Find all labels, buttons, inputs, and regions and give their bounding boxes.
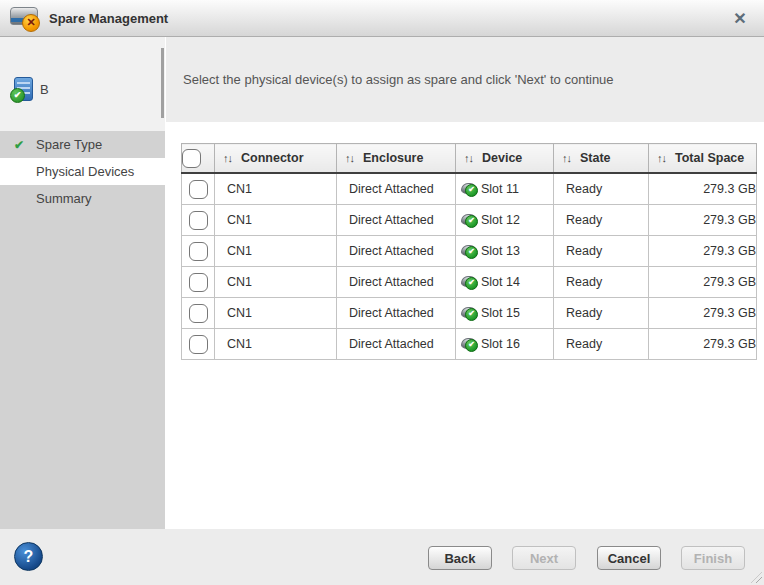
state-value: Ready — [554, 213, 648, 227]
device-value: Slot 12 — [481, 213, 520, 227]
wizard-steps: ✔Spare TypePhysical DevicesSummary — [0, 131, 165, 212]
disk-ok-check-icon: ✔ — [465, 339, 478, 352]
table-row[interactable]: CN1Direct Attached✔Slot 14Ready279.3 GB — [182, 267, 757, 298]
state-cell: Ready — [554, 236, 649, 267]
disk-ok-check-icon: ✔ — [465, 184, 478, 197]
enclosure-cell: Direct Attached — [337, 329, 456, 360]
sort-icon[interactable]: ↑↓ — [345, 152, 354, 164]
column-header-device[interactable]: ↑↓Device — [456, 144, 554, 174]
physical-disk-icon: ✔ — [461, 337, 478, 352]
total-space-cell: 279.3 GB — [649, 298, 757, 329]
wizard-step-label: Spare Type — [36, 137, 102, 152]
column-header-total-space[interactable]: ↑↓Total Space — [649, 144, 757, 174]
help-icon[interactable]: ? — [14, 542, 43, 571]
instruction-text: Select the physical device(s) to assign … — [183, 72, 614, 87]
cancel-button[interactable]: Cancel — [597, 546, 661, 570]
physical-disk-icon: ✔ — [461, 306, 478, 321]
total-space-cell: 279.3 GB — [649, 173, 757, 205]
physical-disk-icon: ✔ — [461, 213, 478, 228]
enclosure-cell: Direct Attached — [337, 298, 456, 329]
row-checkbox[interactable] — [189, 211, 208, 230]
column-header-label: Total Space — [675, 151, 744, 165]
column-header-enclosure[interactable]: ↑↓Enclosure — [337, 144, 456, 174]
wizard-step-label: Physical Devices — [36, 164, 134, 179]
back-button[interactable]: Back — [428, 546, 492, 570]
disk-ok-check-icon: ✔ — [465, 277, 478, 290]
virtual-disk-icon: ✔ — [12, 77, 32, 101]
device-value: Slot 11 — [481, 182, 519, 196]
wizard-step-physical-devices[interactable]: Physical Devices — [0, 158, 165, 185]
target-label: B — [40, 82, 49, 97]
enclosure-cell: Direct Attached — [337, 205, 456, 236]
row-checkbox[interactable] — [189, 273, 208, 292]
connector-cell: CN1 — [215, 329, 337, 360]
enclosure-value: Direct Attached — [337, 244, 455, 258]
state-value: Ready — [554, 182, 648, 196]
connector-value: CN1 — [215, 306, 336, 320]
device-value: Slot 14 — [481, 275, 520, 289]
total-space-value: 279.3 GB — [703, 213, 756, 227]
table-row[interactable]: CN1Direct Attached✔Slot 11Ready279.3 GB — [182, 173, 757, 205]
column-header-state[interactable]: ↑↓State — [554, 144, 649, 174]
state-cell: Ready — [554, 329, 649, 360]
wizard-step-spare-type[interactable]: ✔Spare Type — [0, 131, 165, 158]
state-value: Ready — [554, 306, 648, 320]
connector-value: CN1 — [215, 244, 336, 258]
connector-value: CN1 — [215, 337, 336, 351]
device-value: Slot 16 — [481, 337, 520, 351]
device-cell: ✔Slot 12 — [456, 205, 554, 236]
state-value: Ready — [554, 337, 648, 351]
row-checkbox[interactable] — [189, 242, 208, 261]
target-row: ✔ B — [12, 77, 49, 101]
row-checkbox[interactable] — [189, 180, 208, 199]
footer-bar: ? BackNextCancelFinish — [0, 529, 764, 585]
wizard-step-label: Summary — [36, 191, 92, 206]
disk-ok-check-icon: ✔ — [465, 246, 478, 259]
total-space-value: 279.3 GB — [703, 275, 756, 289]
total-space-value: 279.3 GB — [703, 182, 756, 196]
table-row[interactable]: CN1Direct Attached✔Slot 15Ready279.3 GB — [182, 298, 757, 329]
finish-button[interactable]: Finish — [681, 546, 745, 570]
enclosure-cell: Direct Attached — [337, 236, 456, 267]
sort-icon[interactable]: ↑↓ — [657, 152, 666, 164]
select-all-checkbox[interactable] — [182, 149, 201, 168]
physical-disk-icon: ✔ — [461, 182, 478, 197]
enclosure-cell: Direct Attached — [337, 173, 456, 205]
sort-icon[interactable]: ↑↓ — [562, 152, 571, 164]
physical-devices-table: ↑↓Connector↑↓Enclosure↑↓Device↑↓State↑↓T… — [181, 143, 757, 360]
enclosure-value: Direct Attached — [337, 213, 455, 227]
table-row[interactable]: CN1Direct Attached✔Slot 12Ready279.3 GB — [182, 205, 757, 236]
total-space-cell: 279.3 GB — [649, 236, 757, 267]
next-button[interactable]: Next — [512, 546, 576, 570]
physical-disk-icon: ✔ — [461, 275, 478, 290]
sort-icon[interactable]: ↑↓ — [223, 152, 232, 164]
row-checkbox[interactable] — [189, 335, 208, 354]
connector-value: CN1 — [215, 275, 336, 289]
table-row[interactable]: CN1Direct Attached✔Slot 16Ready279.3 GB — [182, 329, 757, 360]
state-value: Ready — [554, 275, 648, 289]
total-space-cell: 279.3 GB — [649, 205, 757, 236]
close-icon[interactable]: ✕ — [729, 7, 751, 29]
row-checkbox[interactable] — [189, 304, 208, 323]
column-header-connector[interactable]: ↑↓Connector — [215, 144, 337, 174]
select-all-header-cell — [182, 144, 215, 174]
wizard-step-summary[interactable]: Summary — [0, 185, 165, 212]
total-space-cell: 279.3 GB — [649, 267, 757, 298]
device-value: Slot 15 — [481, 306, 520, 320]
pane-splitter-handle[interactable] — [161, 48, 164, 118]
state-cell: Ready — [554, 267, 649, 298]
disk-ok-check-icon: ✔ — [465, 308, 478, 321]
table-row[interactable]: CN1Direct Attached✔Slot 13Ready279.3 GB — [182, 236, 757, 267]
device-cell: ✔Slot 14 — [456, 267, 554, 298]
column-header-label: Connector — [241, 151, 304, 165]
ok-check-icon: ✔ — [10, 88, 25, 103]
table-header-row: ↑↓Connector↑↓Enclosure↑↓Device↑↓State↑↓T… — [182, 144, 757, 174]
total-space-value: 279.3 GB — [703, 337, 756, 351]
sort-icon[interactable]: ↑↓ — [464, 152, 473, 164]
state-cell: Ready — [554, 205, 649, 236]
total-space-value: 279.3 GB — [703, 244, 756, 258]
instruction-panel: Select the physical device(s) to assign … — [166, 37, 764, 122]
row-checkbox-cell — [182, 267, 215, 298]
row-checkbox-cell — [182, 173, 215, 205]
device-cell: ✔Slot 15 — [456, 298, 554, 329]
